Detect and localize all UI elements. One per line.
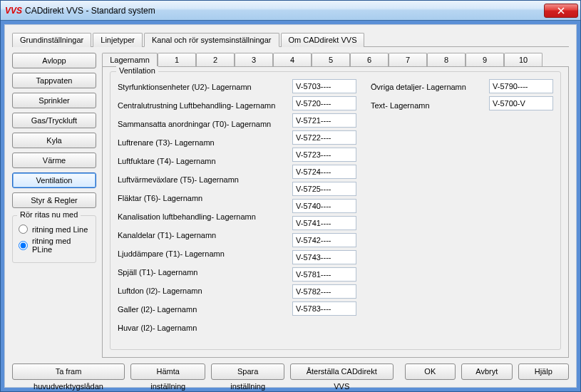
row-label: Luftdon (I2)- Lagernamn	[118, 283, 278, 299]
main-panel: Lagernamn 1 2 3 4 5 6 7 8 9 10 Ventilati…	[102, 53, 569, 358]
sub-panel: Ventilation Styrfunktionsenheter (U2)- L…	[102, 66, 569, 358]
row-label: Huvar (I2)- Lagernamn	[118, 320, 278, 336]
btn-avbryt[interactable]: Avbryt	[461, 363, 512, 380]
row-input[interactable]: V-5700-V	[489, 96, 553, 110]
sidebar: Avlopp Tappvaten Sprinkler Gas/Tryckluft…	[12, 53, 96, 358]
row-label: Luftvärmeväxlare (T5)- Lagernamn	[118, 172, 278, 187]
row-label: Sammansatta anordningar (T0)- Lagernamn	[118, 116, 278, 132]
btn-ok[interactable]: OK	[405, 363, 456, 380]
sidebar-btn-kyla[interactable]: Kyla	[12, 133, 96, 148]
row-label: Kanaldelar (T1)- Lagernamn	[118, 227, 278, 243]
row-input[interactable]: V-5722----	[292, 130, 356, 145]
row-label: Luftrenare (T3)- Lagernamn	[118, 135, 278, 150]
left-labels: Styrfunktionsenheter (U2)- Lagernamn Cen…	[118, 79, 278, 336]
close-button[interactable]	[544, 4, 578, 18]
client-area: Grundinställningar Linjetyper Kanal och …	[4, 24, 577, 388]
btn-ta-fram[interactable]: Ta fram huvudverktygslådan	[12, 363, 125, 380]
ror-ritas-group: Rör ritas nu med ritning med Line ritnin…	[12, 215, 96, 263]
left-inputs: V-5703---- V-5720---- V-5721---- V-5722-…	[292, 79, 356, 336]
sidebar-btn-sprinkler[interactable]: Sprinkler	[12, 93, 96, 108]
radio-line[interactable]: ritning med Line	[19, 225, 90, 234]
row-input[interactable]: V-5743----	[292, 250, 356, 264]
row-input[interactable]: V-5703----	[292, 79, 356, 93]
row-input[interactable]: V-5725----	[292, 182, 356, 196]
titlebar: VVS CADdirekt VVS - Standard system	[1, 1, 580, 21]
row-label: Text- Lagernamn	[371, 98, 475, 113]
main-tabs: Grundinställningar Linjetyper Kanal och …	[12, 32, 569, 47]
close-icon	[557, 7, 565, 14]
sub-tabs: Lagernamn 1 2 3 4 5 6 7 8 9 10	[102, 53, 569, 66]
content-row: Avlopp Tappvaten Sprinkler Gas/Tryckluft…	[12, 53, 569, 358]
row-input[interactable]: V-5741----	[292, 216, 356, 230]
radio-line-input[interactable]	[19, 225, 28, 234]
row-label: Ljuddämpare (T1)- Lagernamn	[118, 246, 278, 262]
subtab-3[interactable]: 3	[235, 53, 273, 66]
sidebar-btn-gas-tryckluft[interactable]: Gas/Tryckluft	[12, 113, 96, 128]
row-label: Kanalisation luftbehandling- Lagernamn	[118, 209, 278, 225]
btn-hamta[interactable]: Hämta inställning	[130, 363, 205, 380]
btn-hjalp[interactable]: Hjälp	[518, 363, 569, 380]
row-label: Spjäll (T1)- Lagernamn	[118, 264, 278, 280]
row-label: Övriga detaljer- Lagernamn	[371, 79, 475, 95]
row-label: Centralutrustning Luftbehandling- Lagern…	[118, 98, 278, 113]
row-input[interactable]: V-5720----	[292, 96, 356, 110]
row-label: Styrfunktionsenheter (U2)- Lagernamn	[118, 79, 278, 95]
subtab-4[interactable]: 4	[273, 53, 312, 66]
row-input[interactable]: V-5721----	[292, 113, 356, 128]
radio-pline-input[interactable]	[19, 241, 28, 250]
footer: Ta fram huvudverktygslådan Hämta inställ…	[12, 363, 569, 380]
right-inputs: V-5790---- V-5700-V	[489, 79, 553, 336]
btn-aterstalla[interactable]: Återställa CADdirekt VVS	[290, 363, 394, 380]
sidebar-btn-avlopp[interactable]: Avlopp	[12, 53, 96, 68]
subtab-7[interactable]: 7	[389, 53, 427, 66]
row-input[interactable]: V-5782----	[292, 284, 356, 299]
row-input[interactable]: V-5742----	[292, 233, 356, 247]
row-input[interactable]: V-5724----	[292, 165, 356, 179]
right-labels: Övriga detaljer- Lagernamn Text- Lagerna…	[371, 79, 475, 336]
subtab-6[interactable]: 6	[350, 53, 389, 66]
tab-linjetyper[interactable]: Linjetyper	[93, 33, 143, 47]
row-input[interactable]: V-5723----	[292, 148, 356, 162]
app-logo: VVS	[5, 6, 22, 16]
row-label: Luftfuktare (T4)- Lagernamn	[118, 153, 278, 169]
row-input[interactable]: V-5790----	[489, 79, 553, 93]
radio-pline[interactable]: ritning med PLine	[19, 237, 90, 254]
subtab-5[interactable]: 5	[312, 53, 350, 66]
subtab-9[interactable]: 9	[466, 53, 504, 66]
ror-ritas-legend: Rör ritas nu med	[17, 210, 81, 219]
radio-pline-label: ritning med PLine	[32, 237, 90, 254]
sidebar-btn-tappvaten[interactable]: Tappvaten	[12, 73, 96, 88]
row-label: Fläktar (T6)- Lagernamn	[118, 190, 278, 206]
tab-om-caddirekt[interactable]: Om CADdirekt VVS	[281, 33, 365, 47]
row-input[interactable]: V-5740----	[292, 199, 356, 213]
subtab-8[interactable]: 8	[427, 53, 466, 66]
tab-kanal-ror[interactable]: Kanal och rör systemsinställningar	[144, 33, 279, 47]
app-window: VVS CADdirekt VVS - Standard system Grun…	[0, 0, 581, 392]
sidebar-btn-ventilation[interactable]: Ventilation	[12, 172, 96, 188]
fields-grid: Styrfunktionsenheter (U2)- Lagernamn Cen…	[118, 79, 553, 336]
sidebar-btn-styr-regler[interactable]: Styr & Regler	[12, 192, 96, 208]
subtab-lagernamn[interactable]: Lagernamn	[102, 53, 158, 66]
ventilation-fieldset: Ventilation Styrfunktionsenheter (U2)- L…	[110, 71, 561, 350]
subtab-1[interactable]: 1	[158, 53, 196, 66]
btn-spara[interactable]: Spara inställning	[211, 363, 284, 380]
window-title: CADdirekt VVS - Standard system	[25, 6, 544, 16]
subtab-2[interactable]: 2	[196, 53, 235, 66]
subtab-10[interactable]: 10	[504, 53, 543, 66]
ventilation-legend: Ventilation	[116, 66, 158, 75]
row-input[interactable]: V-5781----	[292, 267, 356, 282]
sidebar-btn-varme[interactable]: Värme	[12, 153, 96, 168]
tab-grundinstallningar[interactable]: Grundinställningar	[12, 33, 91, 47]
radio-line-label: ritning med Line	[32, 225, 88, 234]
row-label: Galler (I2)- Lagernamn	[118, 301, 278, 317]
row-input[interactable]: V-5783----	[292, 301, 356, 316]
